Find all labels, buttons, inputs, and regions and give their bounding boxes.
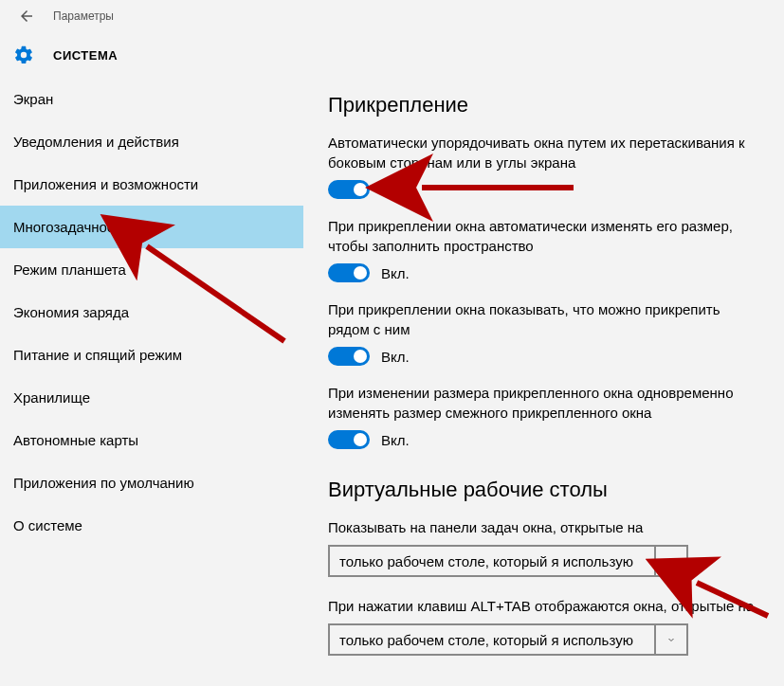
sidebar-item-apps[interactable]: Приложения и возможности xyxy=(0,163,303,206)
snap-opt4-row: Вкл. xyxy=(328,430,765,449)
back-arrow-icon xyxy=(18,8,35,25)
window-title: Параметры xyxy=(53,9,114,23)
sidebar-item-default-apps[interactable]: Приложения по умолчанию xyxy=(0,461,303,504)
sidebar-item-label: Экономия заряда xyxy=(13,304,129,320)
chevron-down-icon xyxy=(654,547,686,575)
snap-opt3-desc: При прикреплении окна показывать, что мо… xyxy=(328,299,765,339)
snap-opt2-toggle[interactable] xyxy=(328,263,370,282)
sidebar-item-label: Хранилище xyxy=(13,389,90,406)
gear-icon xyxy=(13,45,34,65)
sidebar-item-storage[interactable]: Хранилище xyxy=(0,376,303,419)
vdesk-alttab-select[interactable]: только рабочем столе, который я использу… xyxy=(328,623,688,656)
main-panel: Прикрепление Автоматически упорядочивать… xyxy=(303,78,784,686)
sidebar-item-multitasking[interactable]: Многозадачность xyxy=(0,206,303,248)
sidebar-item-label: Уведомления и действия xyxy=(13,134,179,150)
sidebar-item-label: О системе xyxy=(13,517,82,533)
snap-opt1-row: Вкл. xyxy=(328,180,765,199)
snap-opt3-toggle[interactable] xyxy=(328,347,370,366)
snap-opt2-row: Вкл. xyxy=(328,263,765,282)
toggle-state-label: Вкл. xyxy=(381,182,410,198)
sidebar-item-display[interactable]: Экран xyxy=(0,78,303,120)
snap-opt2-desc: При прикреплении окна автоматически изме… xyxy=(328,216,765,256)
sidebar-item-label: Экран xyxy=(13,91,53,107)
dropdown-value: только рабочем столе, который я использу… xyxy=(330,632,654,648)
snap-opt1-desc: Автоматически упорядочивать окна путем и… xyxy=(328,133,765,172)
snap-opt4-toggle[interactable] xyxy=(328,430,370,449)
dropdown-value: только рабочем столе, который я использу… xyxy=(330,553,654,569)
snap-opt3-row: Вкл. xyxy=(328,347,765,366)
sidebar-item-about[interactable]: О системе xyxy=(0,504,303,547)
sidebar-item-power[interactable]: Питание и спящий режим xyxy=(0,334,303,376)
toggle-state-label: Вкл. xyxy=(381,265,410,281)
snap-opt1-toggle[interactable] xyxy=(328,180,370,199)
toggle-state-label: Вкл. xyxy=(381,432,410,448)
sidebar-item-label: Приложения и возможности xyxy=(13,176,198,192)
sidebar-item-tablet[interactable]: Режим планшета xyxy=(0,248,303,291)
chevron-down-icon xyxy=(654,625,686,654)
vdesk-taskbar-label: Показывать на панели задач окна, открыты… xyxy=(328,517,765,537)
sidebar-item-label: Многозадачность xyxy=(13,219,128,235)
header: СИСТЕМА xyxy=(0,32,784,78)
vdesk-taskbar-select[interactable]: только рабочем столе, который я использу… xyxy=(328,545,688,577)
sidebar-item-label: Приложения по умолчанию xyxy=(13,475,194,491)
snap-opt4-desc: При изменении размера прикрепленного окн… xyxy=(328,383,765,423)
titlebar: Параметры xyxy=(0,0,784,32)
section-title-snap: Прикрепление xyxy=(328,93,765,117)
header-title: СИСТЕМА xyxy=(53,48,118,63)
sidebar-item-notifications[interactable]: Уведомления и действия xyxy=(0,120,303,163)
section-title-vdesk: Виртуальные рабочие столы xyxy=(328,478,765,502)
sidebar: Экран Уведомления и действия Приложения … xyxy=(0,78,303,686)
sidebar-item-label: Питание и спящий режим xyxy=(13,347,182,363)
sidebar-item-label: Автономные карты xyxy=(13,432,138,448)
sidebar-item-offline-maps[interactable]: Автономные карты xyxy=(0,419,303,461)
vdesk-alttab-label: При нажатии клавиш ALT+TAB отображаются … xyxy=(328,596,765,616)
sidebar-item-battery[interactable]: Экономия заряда xyxy=(0,291,303,334)
back-button[interactable] xyxy=(9,0,44,32)
toggle-state-label: Вкл. xyxy=(381,349,410,365)
sidebar-item-label: Режим планшета xyxy=(13,262,126,278)
